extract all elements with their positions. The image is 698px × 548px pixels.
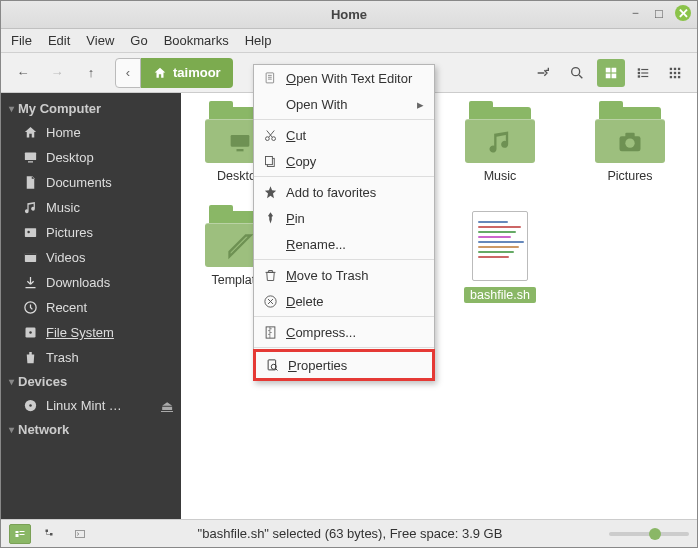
folder-pictures[interactable]: Pictures: [585, 107, 675, 183]
icon-view-button[interactable]: [597, 59, 625, 87]
svg-rect-4: [612, 73, 617, 78]
home-icon: [153, 66, 167, 80]
folder-music[interactable]: Music: [455, 107, 545, 183]
maximize-button[interactable]: □: [651, 5, 667, 21]
doc-icon: [23, 175, 38, 190]
menu-separator: [254, 316, 434, 317]
sidebar-item-pictures[interactable]: Pictures: [1, 220, 181, 245]
sidebar-item-videos[interactable]: Videos: [1, 245, 181, 270]
menu-edit[interactable]: Edit: [48, 33, 70, 48]
menu-item-move-to-trash[interactable]: Move to Trash: [254, 262, 434, 288]
menu-item-pin[interactable]: Pin: [254, 205, 434, 231]
chevron-down-icon: ▾: [9, 424, 14, 435]
window-title: Home: [331, 7, 367, 22]
svg-rect-20: [25, 153, 36, 161]
svg-rect-49: [50, 533, 53, 536]
blank-icon: [262, 96, 278, 112]
context-menu: Open With Text EditorOpen With▸CutCopyAd…: [253, 64, 435, 381]
sidebar-item-linuxmint[interactable]: Linux Mint …⏏: [1, 393, 181, 418]
menu-item-cut[interactable]: Cut: [254, 122, 434, 148]
menu-separator: [254, 259, 434, 260]
sidebar-group-my-computer[interactable]: ▾My Computer: [1, 97, 181, 120]
sidebar-item-documents[interactable]: Documents: [1, 170, 181, 195]
svg-rect-39: [266, 72, 274, 82]
svg-rect-15: [674, 71, 676, 73]
cut-icon: [262, 127, 278, 143]
path-user-label: taimoor: [173, 65, 221, 80]
menu-bookmarks[interactable]: Bookmarks: [164, 33, 229, 48]
svg-rect-7: [638, 71, 640, 73]
menu-item-copy[interactable]: Copy: [254, 148, 434, 174]
sidebar-item-trash[interactable]: Trash: [1, 345, 181, 370]
menu-item-delete[interactable]: Delete: [254, 288, 434, 314]
doc-icon: [262, 70, 278, 86]
menu-separator: [254, 347, 434, 348]
sidebar-item-home[interactable]: Home: [1, 120, 181, 145]
menu-item-add-to-favorites[interactable]: Add to favorites: [254, 179, 434, 205]
folder-icon: [595, 107, 665, 163]
chevron-down-icon: ▾: [9, 103, 14, 114]
trash-icon: [23, 350, 38, 365]
show-tree-button[interactable]: [39, 524, 61, 544]
props-icon: [264, 357, 280, 373]
folder-icon: [465, 107, 535, 163]
compact-view-button[interactable]: [661, 59, 689, 87]
titlebar: Home － □ ✕: [1, 1, 697, 29]
chevron-down-icon: ▾: [9, 376, 14, 387]
file-bashfile-sh[interactable]: bashfile.sh: [455, 211, 545, 303]
svg-rect-43: [265, 156, 272, 164]
show-places-button[interactable]: [9, 524, 31, 544]
sidebar-item-desktop[interactable]: Desktop: [1, 145, 181, 170]
menu-item-rename[interactable]: Rename...: [254, 231, 434, 257]
back-button[interactable]: ←: [9, 59, 37, 87]
svg-rect-12: [670, 71, 672, 73]
svg-rect-25: [25, 253, 36, 255]
sidebar-group-network[interactable]: ▾Network: [1, 418, 181, 441]
list-view-button[interactable]: [629, 59, 657, 87]
menu-go[interactable]: Go: [130, 33, 147, 48]
svg-rect-31: [231, 135, 250, 147]
path-segment-home[interactable]: taimoor: [141, 58, 233, 88]
menu-item-compress[interactable]: Compress...: [254, 319, 434, 345]
copy-icon: [262, 153, 278, 169]
minimize-button[interactable]: －: [627, 5, 643, 21]
forward-button[interactable]: →: [43, 59, 71, 87]
svg-rect-13: [670, 75, 672, 77]
svg-rect-18: [678, 71, 680, 73]
menu-view[interactable]: View: [86, 33, 114, 48]
zoom-slider[interactable]: [609, 532, 689, 536]
svg-rect-10: [641, 75, 648, 76]
svg-rect-16: [674, 75, 676, 77]
menu-item-open-with[interactable]: Open With▸: [254, 91, 434, 117]
sidebar-item-recent[interactable]: Recent: [1, 295, 181, 320]
menu-item-properties[interactable]: Properties: [253, 349, 435, 381]
svg-rect-8: [641, 72, 648, 73]
pin-icon: [262, 210, 278, 226]
compress-icon: [262, 324, 278, 340]
menubar: FileEditViewGoBookmarksHelp: [1, 29, 697, 53]
sidebar-item-filesystem[interactable]: File System: [1, 320, 181, 345]
toggle-location-button[interactable]: [529, 59, 557, 87]
menu-separator: [254, 176, 434, 177]
menu-item-open-with-text-editor[interactable]: Open With Text Editor: [254, 65, 434, 91]
menu-help[interactable]: Help: [245, 33, 272, 48]
svg-point-30: [29, 404, 32, 407]
sidebar-item-downloads[interactable]: Downloads: [1, 270, 181, 295]
svg-rect-35: [625, 132, 634, 137]
trash-icon: [262, 267, 278, 283]
path-prev-button[interactable]: ‹: [115, 58, 141, 88]
svg-rect-50: [76, 530, 85, 537]
up-button[interactable]: ↑: [77, 59, 105, 87]
zoom-handle[interactable]: [649, 528, 661, 540]
close-button[interactable]: ✕: [675, 5, 691, 21]
menu-separator: [254, 119, 434, 120]
svg-point-28: [29, 331, 32, 334]
sidebar-group-devices[interactable]: ▾Devices: [1, 370, 181, 393]
hide-sidebar-button[interactable]: [69, 524, 91, 544]
sidebar-item-music[interactable]: Music: [1, 195, 181, 220]
eject-icon[interactable]: ⏏: [161, 398, 173, 413]
search-button[interactable]: [563, 59, 591, 87]
menu-file[interactable]: File: [11, 33, 32, 48]
svg-rect-1: [606, 67, 611, 72]
svg-rect-17: [678, 67, 680, 69]
